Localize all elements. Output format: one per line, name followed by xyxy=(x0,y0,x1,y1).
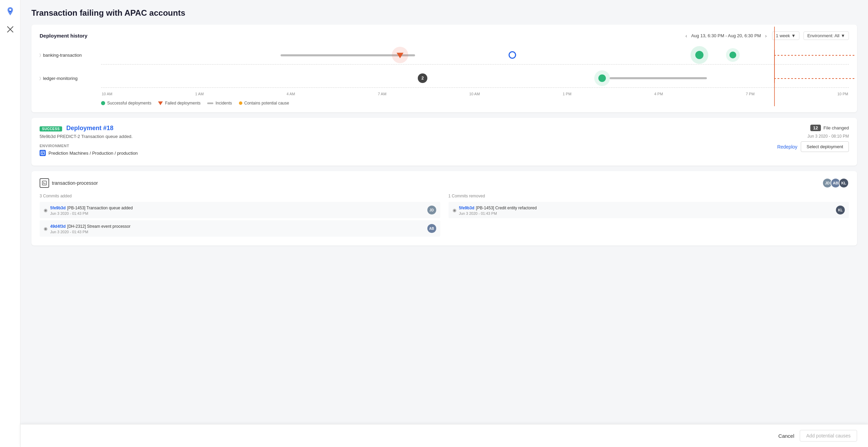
commits-grid: 3 Commits added ◉ 5fe9b3d [PB-1453] Tran… xyxy=(40,194,849,239)
legend-successful: Successful deployments xyxy=(101,101,151,106)
commit-text-2: [DH-2312] Stream event processor xyxy=(67,224,130,229)
panel-header: Deployment history ‹ Aug 13, 6:30 PM - A… xyxy=(40,31,849,40)
legend-failed: Failed deployments xyxy=(158,101,200,106)
commit-item-added-2: ◉ 49d4f3d [DH-2312] Stream event process… xyxy=(40,220,440,237)
timeline-labels: 10 AM 1 AM 4 AM 7 AM 10 AM 1 PM 4 PM 7 P… xyxy=(101,92,849,96)
legend-successful-label: Successful deployments xyxy=(107,101,151,106)
commit-avatar-2: AB xyxy=(427,224,436,233)
commit-hash-2[interactable]: 49d4f3d xyxy=(50,224,66,229)
row-label-ledger[interactable]: 〉 ledger-monitoring xyxy=(40,76,101,81)
avatars-group: JD AB KL xyxy=(822,178,849,188)
commits-removed-col: 1 Commits removed ◉ 5fe9b3d [PB-1453] Cr… xyxy=(449,194,849,239)
close-icon[interactable] xyxy=(5,24,16,35)
commit-icon-2: ◉ xyxy=(44,226,47,231)
deploy-dot-green-small xyxy=(729,52,736,58)
legend-triangle-icon xyxy=(158,101,163,105)
card-header-right: 12 File changed Jun 3 2020 - 08:10 PM Re… xyxy=(777,125,849,152)
deployment-card: SUCCESS Deployment #18 5fe9b3d PREDICT-2… xyxy=(31,118,857,166)
environment-dropdown[interactable]: Environment: All ▼ xyxy=(803,31,849,40)
file-changed-info: 12 File changed xyxy=(810,125,849,131)
legend-green-dot xyxy=(101,101,105,105)
deployment-title[interactable]: Deployment #18 xyxy=(66,125,113,131)
number-badge: 2 xyxy=(418,73,427,83)
incident-bar-ledger xyxy=(610,77,707,79)
timeline-label: 1 AM xyxy=(195,92,204,96)
row-label-text: banking-transaction xyxy=(43,53,82,58)
commit-item-added-1: ◉ 5fe9b3d [PB-1453] Transaction queue ad… xyxy=(40,202,440,218)
chart-track-banking xyxy=(101,45,849,65)
deployment-history-panel: Deployment history ‹ Aug 13, 6:30 PM - A… xyxy=(31,25,857,112)
commit-hash-1[interactable]: 5fe9b3d xyxy=(50,206,66,210)
row-label-text-2: ledger-monitoring xyxy=(43,76,77,81)
chart-row-banking: 〉 banking-transaction xyxy=(101,45,849,65)
commits-added-col: 3 Commits added ◉ 5fe9b3d [PB-1453] Tran… xyxy=(40,194,440,239)
processor-name: transaction-processor xyxy=(40,178,98,188)
location-icon[interactable] xyxy=(5,6,16,17)
redeploy-button[interactable]: Redeploy xyxy=(777,144,797,150)
card-datetime: Jun 3 2020 - 08:10 PM xyxy=(808,134,849,139)
legend-incidents-label: Incidents xyxy=(215,101,232,106)
commit-icon: ◉ xyxy=(44,208,47,213)
legend-potential-cause: Contains potential cause xyxy=(239,101,289,106)
date-range-label: Aug 13, 6:30 PM - Aug 20, 6:30 PM xyxy=(691,33,761,38)
timeline-label: 10 AM xyxy=(102,92,112,96)
svg-rect-7 xyxy=(42,181,46,185)
file-changed-label: File changed xyxy=(824,125,849,130)
deploy-dot-outlined xyxy=(509,51,516,59)
add-causes-button[interactable]: Add potential causes xyxy=(800,430,857,442)
cancel-button[interactable]: Cancel xyxy=(778,433,794,439)
commit-text-removed-1: [PB-1453] Credit entity refactored xyxy=(476,206,537,210)
env-icon xyxy=(40,150,46,156)
next-arrow[interactable]: › xyxy=(764,32,768,39)
commit-date-1: Jun 3 2020 - 01:43 PM xyxy=(50,211,425,215)
env-value: Prediction Machines / Production / produ… xyxy=(40,150,777,156)
legend-bar-icon xyxy=(207,102,213,104)
card-actions: Redeploy Select deployment xyxy=(777,141,849,152)
processor-name-text: transaction-processor xyxy=(52,180,98,186)
chart-area: 〉 banking-transaction xyxy=(101,45,849,96)
commit-hash-removed-1[interactable]: 5fe9b3d xyxy=(459,206,474,210)
select-deployment-button[interactable]: Select deployment xyxy=(801,141,849,152)
prev-arrow[interactable]: ‹ xyxy=(684,32,688,39)
time-period-dropdown[interactable]: 1 week ▼ xyxy=(772,31,799,40)
date-nav: ‹ Aug 13, 6:30 PM - Aug 20, 6:30 PM › xyxy=(684,32,768,39)
row-label-banking[interactable]: 〉 banking-transaction xyxy=(40,53,101,58)
commit-date-removed-1: Jun 3 2020 - 01:43 PM xyxy=(459,211,834,215)
timeline-label: 4 PM xyxy=(654,92,663,96)
commits-added-header: 3 Commits added xyxy=(40,194,440,198)
sidebar xyxy=(0,0,20,447)
processor-icon xyxy=(40,178,49,188)
page-title: Transaction failing with APAC accounts xyxy=(31,8,857,18)
success-badge: SUCCESS xyxy=(40,126,62,131)
commit-item-removed-1: ◉ 5fe9b3d [PB-1453] Credit entity refact… xyxy=(449,202,849,218)
timeline-label: 10 PM xyxy=(837,92,848,96)
env-path: Prediction Machines / Production / produ… xyxy=(48,151,138,156)
commit-avatar-1: JD xyxy=(427,206,436,214)
legend-yellow-dot xyxy=(239,101,242,105)
timeline-label: 1 PM xyxy=(563,92,571,96)
legend-potential-cause-label: Contains potential cause xyxy=(244,101,289,106)
commit-description: 5fe9b3d PREDICT-2 Transaction queue adde… xyxy=(40,134,777,139)
bottom-bar: Cancel Add potential causes xyxy=(20,424,868,447)
env-label: Environment xyxy=(40,144,777,148)
commit-avatar-removed-1: KL xyxy=(836,206,845,214)
commit-text-1: [PB-1453] Transaction queue added xyxy=(67,206,133,210)
processor-header: transaction-processor JD AB KL xyxy=(40,178,849,188)
timeline-label: 4 AM xyxy=(286,92,295,96)
failed-triangle xyxy=(397,53,403,58)
main-content: Transaction failing with APAC accounts D… xyxy=(20,0,868,447)
deploy-dot-green-large xyxy=(695,51,703,59)
svg-point-1 xyxy=(9,9,11,11)
panel-title: Deployment history xyxy=(40,33,87,39)
timeline-label: 10 AM xyxy=(469,92,480,96)
timeline-label: 7 AM xyxy=(378,92,386,96)
svg-rect-4 xyxy=(41,151,44,155)
deploy-dot-green-ledger xyxy=(598,74,606,82)
commit-icon-3: ◉ xyxy=(453,208,456,213)
timeline-label: 7 PM xyxy=(746,92,755,96)
chart-row-ledger: 〉 ledger-monitoring 2 xyxy=(101,69,849,88)
chart-legend: Successful deployments Failed deployment… xyxy=(101,101,849,106)
chevron-icon-2: 〉 xyxy=(40,76,41,81)
panel-controls: ‹ Aug 13, 6:30 PM - Aug 20, 6:30 PM › 1 … xyxy=(684,31,849,40)
file-count: 12 xyxy=(810,125,821,131)
